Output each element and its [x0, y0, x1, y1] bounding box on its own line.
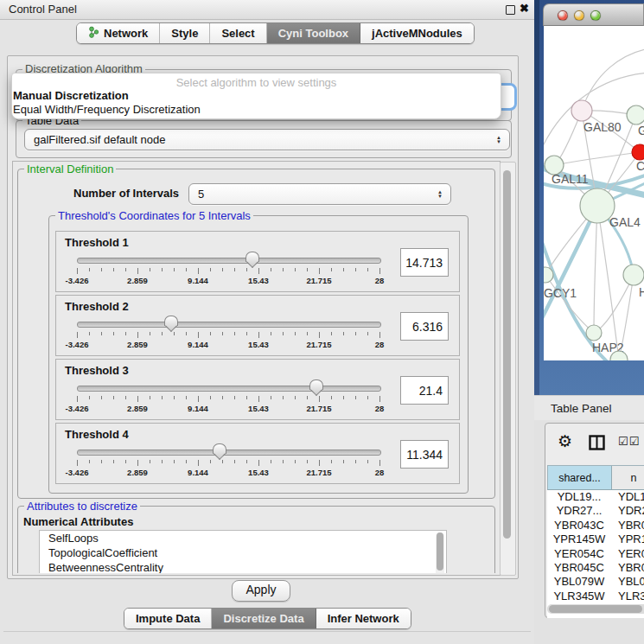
network-window-titlebar[interactable]: [543, 3, 644, 26]
attribute-item[interactable]: BetweennessCentrality: [40, 560, 446, 573]
network-node-gal80[interactable]: [571, 100, 592, 121]
cell-shared-name[interactable]: YPR145W: [547, 532, 611, 546]
gear-icon[interactable]: ⚙: [558, 431, 572, 450]
attribute-item[interactable]: SelfLoops: [40, 531, 446, 545]
zoom-traffic-light-icon[interactable]: [590, 10, 601, 21]
threshold-label: Threshold 2: [65, 300, 129, 313]
minimize-traffic-light-icon[interactable]: [574, 10, 584, 21]
network-node-c[interactable]: [632, 144, 644, 160]
table-row[interactable]: YDR27...YDR2: [547, 504, 644, 518]
tab-select[interactable]: Select: [210, 23, 266, 43]
spinner-arrows-icon[interactable]: ▲▼: [496, 136, 501, 144]
network-icon: [88, 26, 99, 41]
tab-infer-network[interactable]: Infer Network: [316, 609, 411, 628]
tab-jactivemnodules[interactable]: jActiveMNodules: [360, 23, 474, 43]
table-row[interactable]: YDL19...YDL1: [547, 490, 644, 504]
cell-shared-name[interactable]: YDR27...: [547, 504, 611, 518]
slider-thumb[interactable]: [309, 379, 323, 390]
spinner-arrows-icon[interactable]: ▲▼: [437, 190, 443, 199]
numerical-attributes-list[interactable]: SelfLoopsTopologicalCoefficientBetweenne…: [39, 530, 447, 573]
network-edge: [582, 48, 644, 111]
cell-name[interactable]: YDL1: [611, 490, 644, 504]
tab-label: Select: [221, 27, 254, 40]
tab-cyni-toolbox[interactable]: Cyni Toolbox: [267, 23, 360, 43]
cell-shared-name[interactable]: YBR045C: [547, 561, 611, 575]
network-node-h[interactable]: [623, 265, 644, 285]
cell-shared-name[interactable]: YBR043C: [547, 519, 611, 532]
vertical-scrollbar[interactable]: [500, 162, 516, 576]
table-row[interactable]: YPR145WYPR1: [547, 532, 644, 546]
cell-shared-name[interactable]: YER054C: [547, 547, 611, 561]
slider-track[interactable]: [77, 450, 381, 456]
number-of-intervals-combobox[interactable]: 5 ▲▼: [188, 183, 451, 205]
slider-thumb[interactable]: [245, 252, 259, 262]
cell-name[interactable]: YBL0: [611, 575, 644, 589]
float-window-icon[interactable]: [506, 5, 515, 15]
close-traffic-light-icon[interactable]: [558, 10, 568, 21]
slider-track[interactable]: [77, 322, 381, 328]
cell-name[interactable]: YBR0: [611, 561, 644, 575]
slider-thumb[interactable]: [213, 443, 226, 454]
control-panel-tabbar: NetworkStyleSelectCyni ToolboxjActiveMNo…: [76, 22, 475, 44]
split-columns-icon[interactable]: [589, 435, 605, 454]
tab-impute-data[interactable]: Impute Data: [124, 609, 212, 628]
threshold-label: Threshold 4: [65, 428, 129, 441]
horizontal-scrollbar-thumb[interactable]: [549, 605, 642, 613]
cell-shared-name[interactable]: YBL079W: [547, 575, 611, 589]
apply-button[interactable]: Apply: [232, 580, 290, 602]
settings-scroll-area: Interval Definition Number of Intervals …: [13, 162, 498, 573]
tab-label: Infer Network: [328, 612, 399, 625]
algorithm-option-1[interactable]: Manual Discretization: [13, 89, 129, 102]
table-header-row: shared... n: [547, 465, 644, 490]
cell-name[interactable]: YER0: [611, 547, 644, 561]
cell-name[interactable]: YDR2: [611, 504, 644, 518]
slider-thumb[interactable]: [164, 316, 178, 326]
cell-name[interactable]: YPR1: [611, 532, 644, 546]
slider-track[interactable]: [77, 258, 381, 264]
tab-label: Network: [104, 27, 148, 40]
table-data-selected-value: galFiltered.sif default node: [34, 133, 165, 146]
table-row[interactable]: YER054CYER0: [547, 547, 644, 561]
slider-tick-labels: -3.4262.8599.14415.4321.71528: [56, 276, 459, 286]
algorithm-dropdown-popup: Select algorithm to view settings Manual…: [11, 73, 501, 119]
horizontal-scrollbar[interactable]: [547, 604, 644, 614]
threshold-value-field[interactable]: 11.344: [400, 440, 449, 469]
control-panel-title: Control Panel: [9, 3, 77, 16]
network-canvas[interactable]: GAL80GACGAL11GAL4GCY1HHAP2: [544, 26, 644, 360]
cell-shared-name[interactable]: YDL19...: [547, 490, 611, 504]
node-attribute-table[interactable]: shared... n YDL19...YDL1YDR27...YDR2YBR0…: [547, 465, 644, 618]
column-header-name[interactable]: n: [612, 466, 644, 489]
checkbox-icons[interactable]: ☑☑: [618, 435, 640, 448]
slider-tick-labels: -3.4262.8599.14415.4321.71528: [56, 340, 459, 350]
cell-name[interactable]: YLR3: [611, 590, 644, 603]
cell-name[interactable]: YBR0: [611, 519, 644, 532]
network-node-hap2[interactable]: [586, 325, 602, 341]
table-row[interactable]: YBR043CYBR0: [547, 519, 644, 532]
close-icon[interactable]: ✖: [520, 2, 529, 15]
cyni-mode-tabbar: Impute DataDiscretize DataInfer Network: [124, 608, 411, 629]
threshold-value-field[interactable]: 14.713: [400, 248, 449, 277]
table-toolbar: ⚙ ☑☑: [545, 424, 644, 463]
attribute-item[interactable]: TopologicalCoefficient: [40, 545, 446, 560]
vertical-scrollbar-thumb[interactable]: [503, 170, 511, 539]
algorithm-option-2[interactable]: Equal Width/Frequency Discretization: [13, 103, 201, 116]
network-node-label: GAL80: [583, 120, 622, 134]
control-panel-titlebar: Control Panel ✖: [0, 0, 534, 20]
threshold-value-field[interactable]: 6.316: [400, 312, 449, 341]
column-header-shared-name[interactable]: shared...: [548, 466, 612, 489]
tab-discretize-data[interactable]: Discretize Data: [212, 609, 316, 628]
tab-style[interactable]: Style: [160, 23, 210, 43]
table-row[interactable]: YBL079WYBL0: [547, 575, 644, 589]
table-row[interactable]: YBR045CYBR0: [547, 561, 644, 575]
tab-network[interactable]: Network: [77, 23, 160, 43]
attributes-list-scrollbar[interactable]: [436, 532, 444, 573]
table-row[interactable]: YLR345WYLR3: [547, 590, 644, 603]
network-node-ga[interactable]: [627, 105, 644, 124]
table-data-combobox[interactable]: galFiltered.sif default node ▲▼: [24, 129, 510, 150]
slider-track[interactable]: [77, 386, 381, 392]
tab-label: Style: [171, 27, 198, 40]
slider-tick-labels: -3.4262.8599.14415.4321.71528: [56, 468, 459, 478]
threshold-value-field[interactable]: 21.4: [400, 376, 449, 405]
cell-shared-name[interactable]: YLR345W: [547, 590, 611, 603]
network-edge: [545, 275, 594, 333]
